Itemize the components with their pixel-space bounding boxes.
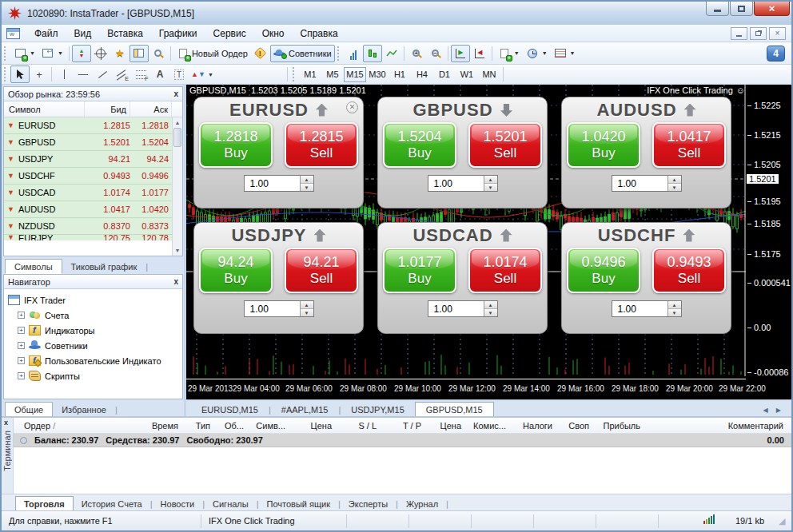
bar-chart-button[interactable] [344,45,363,62]
expert-advisors-button[interactable]: Советники [270,45,335,62]
tab-experts[interactable]: Эксперты [341,497,396,510]
line-chart-button[interactable] [382,45,401,62]
scrollbar[interactable]: ▲ ▼ [172,117,182,256]
toolbar-drag-handle[interactable] [4,46,7,61]
scroll-up-icon[interactable]: ▲ [173,117,182,128]
alert-button[interactable] [251,45,270,62]
smiley-icon[interactable]: ☺ [736,85,745,95]
timeframe-m5[interactable]: M5 [321,67,344,82]
menu-view[interactable]: Вид [66,26,100,42]
volume-input[interactable] [428,301,484,316]
sell-button[interactable]: 94.21Sell [285,248,358,293]
mdi-minimize-button[interactable] [731,27,747,40]
maximize-button[interactable] [730,2,753,16]
minimize-button[interactable] [706,2,729,16]
volume-stepper[interactable]: ▲▼ [667,301,681,316]
zoom-in-button[interactable]: + [407,45,426,62]
tab-signals[interactable]: Сигналы [205,497,257,510]
timeframe-m1[interactable]: M1 [299,67,321,82]
buy-button[interactable]: 1.2818Buy [199,122,273,168]
timeframe-mn[interactable]: MN [478,67,500,82]
status-mode[interactable]: IFX One Click Trading [201,514,347,528]
candlestick-button[interactable] [363,45,382,62]
tree-node-root[interactable]: IFX Trader [6,292,181,308]
chart-tab-aapl[interactable]: #AAPL,M15 [271,403,339,416]
buy-button[interactable]: 0.9496Buy [567,248,640,293]
timeframe-h1[interactable]: H1 [389,67,411,82]
expand-icon[interactable] [18,372,25,379]
chart-tab-eurusd[interactable]: EURUSD,M15 [191,403,269,416]
crosshair-tool-button[interactable]: + [30,66,49,83]
auto-scroll-toggle[interactable]: ▶ [451,45,470,62]
table-row[interactable]: ▼USDJPY94.2194.24 [4,151,172,168]
cursor-tool-button[interactable] [10,66,30,83]
horizontal-line-tool[interactable] [74,66,93,83]
volume-stepper[interactable]: ▲▼ [484,301,497,316]
chart-shift-toggle[interactable]: ◀ [470,45,489,62]
close-icon[interactable]: x [4,419,8,427]
table-row[interactable]: ▼GBPUSD1.52011.5204 [4,134,172,151]
tab-trade[interactable]: Торговля [15,496,74,511]
menu-insert[interactable]: Вставка [99,26,151,42]
table-row[interactable]: ▼AUDUSD1.04171.0420 [4,201,172,218]
expand-icon[interactable] [18,312,25,319]
sell-button[interactable]: 1.2815Sell [285,122,358,168]
market-watch-header[interactable]: Обзор рынка: 23:59:56 x [4,87,182,101]
volume-stepper[interactable]: ▲▼ [300,176,313,191]
mdi-close-button[interactable]: × [769,27,786,40]
timeframe-m30[interactable]: M30 [366,67,389,82]
column-ask[interactable]: Аск [130,101,172,117]
volume-stepper[interactable]: ▲▼ [667,176,681,191]
table-row[interactable]: ▼USDCHF0.94930.9496 [4,168,172,185]
table-row[interactable]: ▼NZDUSD0.83700.8373 [4,218,172,235]
tab-journal[interactable]: Журнал [398,497,446,510]
data-window-button[interactable] [149,45,168,62]
menu-charts[interactable]: Графики [151,26,205,42]
buy-button[interactable]: 94.24Buy [199,248,273,293]
tab-symbols[interactable]: Символы [5,259,62,274]
column-bid[interactable]: Бид [85,101,130,117]
volume-input[interactable] [612,301,667,316]
tab-favorites[interactable]: Избранное [53,403,115,416]
timeframe-h4[interactable]: H4 [411,67,433,82]
menu-window[interactable]: Окно [254,26,293,42]
balance-row[interactable]: Баланс: 230.97 Средства: 230.97 Свободно… [14,434,791,447]
volume-input[interactable] [612,176,667,191]
expand-icon[interactable] [18,342,25,349]
timeframe-w1[interactable]: W1 [456,67,478,82]
fibonacci-tool[interactable]: F [131,66,150,83]
expand-icon[interactable] [18,327,25,334]
close-button[interactable]: × [754,2,790,16]
market-watch-toggle[interactable] [130,45,149,62]
toolbar-drag-handle[interactable] [337,46,341,61]
titlebar[interactable]: 1020890: InstaTrader - [GBPUSD,M15] × [2,2,791,25]
notifications-badge[interactable]: 4 [767,46,785,62]
timeframe-m15[interactable]: M15 [344,67,366,82]
volume-input[interactable] [428,176,484,191]
sell-button[interactable]: 0.9493Sell [652,248,726,293]
tree-node-accounts[interactable]: Счета [6,308,181,323]
tick-chart-toggle[interactable]: ▲▼ [72,45,91,62]
volume-input[interactable] [245,176,300,191]
scroll-down-icon[interactable]: ▼ [173,245,182,256]
column-order[interactable]: Ордер [14,421,126,431]
channel-tool[interactable]: E [112,66,131,83]
profiles-button[interactable]: ▼ [38,45,66,62]
zoom-out-button[interactable]: − [426,45,445,62]
volume-input[interactable] [245,301,300,316]
sell-button[interactable]: 1.0417Sell [652,122,726,168]
menu-help[interactable]: Справка [293,26,346,42]
toolbar-drag-handle[interactable] [4,67,7,81]
text-tool[interactable]: A [150,66,169,83]
tree-node-indicators[interactable]: Индикаторы [6,323,181,338]
price-axis[interactable]: 1.5225 1.5215 1.5205 1.5201 1.5195 1.518… [746,85,787,399]
volume-stepper[interactable]: ▲▼ [484,176,497,191]
favorites-button[interactable]: ★ [110,45,130,62]
chart-canvas[interactable]: GBPUSD,M15 1.5203 1.5205 1.5189 1.5201 I… [186,85,791,399]
periods-button[interactable]: ▼ [523,45,551,62]
chart-tab-gbpusd[interactable]: GBPUSD,M15 [415,402,494,417]
tab-tick-chart[interactable]: Тиковый график [62,260,146,273]
text-label-tool[interactable]: T [169,66,189,83]
column-symbol[interactable]: Символ [4,101,85,117]
menu-service[interactable]: Сервис [205,26,254,42]
